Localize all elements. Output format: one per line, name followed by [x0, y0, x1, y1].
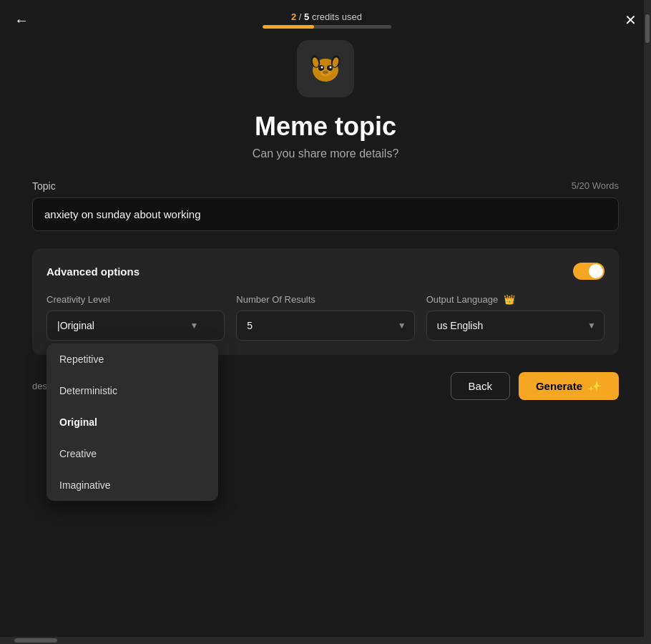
scrollbar-bottom[interactable]	[0, 637, 651, 644]
language-select-wrapper: us English ▼	[426, 311, 604, 341]
footer-buttons: Back Generate ✨	[451, 372, 619, 400]
generate-icon: ✨	[588, 380, 602, 393]
credits-info: 2 / 5 credits used	[263, 11, 391, 29]
word-count: 5/20 Words	[572, 180, 619, 192]
credits-bar	[263, 25, 391, 29]
svg-point-8	[321, 67, 323, 69]
creativity-select-display[interactable]: |Original ▼	[46, 311, 225, 341]
logo-icon	[305, 49, 346, 89]
creativity-dropdown-menu: Repetitive Deterministic Original Creati…	[46, 343, 218, 501]
topic-field-container: Topic 5/20 Words	[32, 180, 619, 231]
advanced-title: Advanced options	[46, 265, 140, 278]
topic-input[interactable]	[32, 197, 619, 231]
credits-bar-fill	[263, 25, 314, 29]
advanced-panel: Advanced options Creativity Level |Origi…	[32, 248, 619, 355]
generate-label: Generate	[536, 380, 582, 392]
scrollbar-right[interactable]	[644, 0, 651, 644]
dropdown-item-imaginative[interactable]: Imaginative	[46, 469, 218, 501]
credits-text: 2 / 5 credits used	[291, 11, 362, 22]
results-select[interactable]: 5	[236, 311, 414, 341]
advanced-header: Advanced options	[46, 263, 604, 280]
credits-label: credits used	[312, 11, 362, 22]
dropdown-item-original[interactable]: Original	[46, 406, 218, 438]
credits-separator: /	[299, 11, 304, 22]
results-label: Number Of Results	[236, 294, 414, 305]
app-logo	[297, 40, 354, 97]
options-row: Creativity Level |Original ▼ Repetitive …	[46, 294, 604, 341]
dropdown-item-creative[interactable]: Creative	[46, 438, 218, 469]
creativity-dropdown-open[interactable]: |Original ▼ Repetitive Deterministic Ori…	[46, 311, 225, 341]
back-button[interactable]: Back	[451, 372, 510, 400]
advanced-toggle[interactable]	[573, 263, 604, 280]
credits-total: 5	[304, 11, 309, 22]
results-group: Number Of Results 5 ▼	[236, 294, 414, 341]
credits-used: 2	[291, 11, 296, 22]
results-select-wrapper: 5 ▼	[236, 311, 414, 341]
dropdown-item-deterministic[interactable]: Deterministic	[46, 375, 218, 406]
field-header: Topic 5/20 Words	[32, 180, 619, 192]
toggle-thumb	[589, 264, 603, 278]
svg-point-9	[330, 67, 332, 69]
close-button[interactable]: ✕	[625, 11, 637, 29]
topic-label: Topic	[32, 180, 56, 192]
creativity-selected-value: |Original	[57, 320, 94, 331]
language-label: Output Language 👑	[426, 294, 604, 305]
page-subtitle: Can you share more details?	[253, 147, 399, 160]
creativity-label: Creativity Level	[46, 294, 225, 305]
generate-button[interactable]: Generate ✨	[519, 372, 619, 400]
page-title: Meme topic	[255, 112, 396, 142]
main-content: Meme topic Can you share more details? T…	[0, 40, 651, 400]
creativity-group: Creativity Level |Original ▼ Repetitive …	[46, 294, 225, 341]
scrollbar-thumb-bottom[interactable]	[14, 638, 57, 643]
back-nav-button[interactable]: ←	[14, 12, 29, 29]
chevron-down-icon: ▼	[190, 321, 198, 331]
header: ← 2 / 5 credits used ✕	[0, 0, 651, 40]
svg-point-11	[320, 69, 331, 77]
crown-icon: 👑	[504, 294, 515, 305]
dropdown-item-repetitive[interactable]: Repetitive	[46, 343, 218, 375]
language-group: Output Language 👑 us English ▼	[426, 294, 604, 341]
language-select[interactable]: us English	[426, 311, 604, 341]
